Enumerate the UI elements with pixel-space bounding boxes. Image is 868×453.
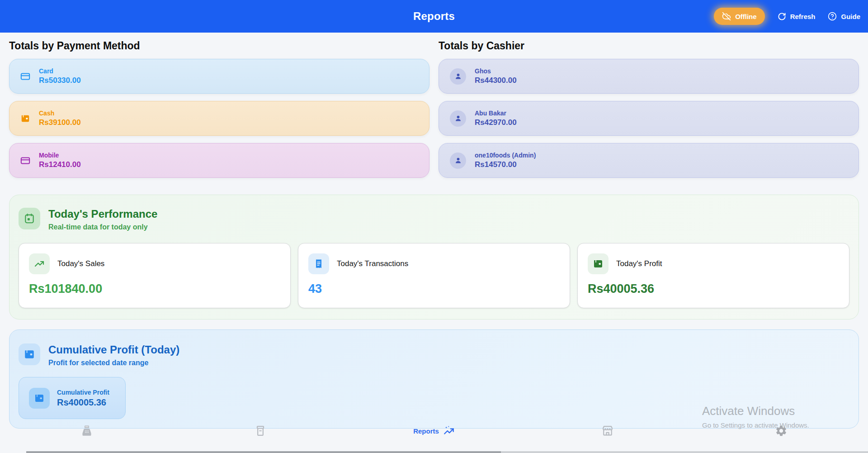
metric-label: Today's Transactions <box>337 259 408 268</box>
nav-item-register[interactable] <box>0 410 174 451</box>
avatar <box>450 153 466 169</box>
cloud-off-icon <box>722 12 731 21</box>
store-icon <box>601 424 614 437</box>
payment-method-amount: Rs50330.00 <box>39 76 81 85</box>
metric-value: Rs101840.00 <box>29 282 280 296</box>
cashier-amount: Rs14570.00 <box>475 160 536 169</box>
wallet-icon <box>20 114 30 124</box>
bottom-navigation: Reports <box>0 410 868 451</box>
archive-icon <box>254 424 267 437</box>
cashier-card[interactable]: Ghos Rs44300.00 <box>439 59 859 94</box>
cumulative-section-title: Cumulative Profit (Today) <box>48 343 179 356</box>
nav-item-orders[interactable] <box>174 410 347 451</box>
horizontal-scrollbar-thumb[interactable] <box>26 451 501 453</box>
wallet-icon <box>588 253 609 274</box>
offline-status-badge[interactable]: Offline <box>714 8 765 25</box>
nav-item-reports[interactable]: Reports <box>347 410 521 451</box>
refresh-icon <box>778 12 786 21</box>
metric-value: 43 <box>308 282 560 296</box>
cashier-name: one10foods (Admin) <box>475 152 536 160</box>
metric-label: Today's Profit <box>616 259 662 268</box>
cumulative-profit-label: Cumulative Profit <box>57 389 109 396</box>
payment-method-amount: Rs39100.00 <box>39 118 81 127</box>
guide-label: Guide <box>841 13 860 20</box>
payment-method-label: Card <box>39 67 81 76</box>
person-icon <box>454 156 462 165</box>
person-icon <box>454 72 462 81</box>
trending-up-icon <box>29 253 50 274</box>
person-icon <box>454 114 462 123</box>
offline-label: Offline <box>735 13 757 20</box>
cumulative-section-subtitle: Profit for selected date range <box>48 359 179 367</box>
todays-performance-section: Today's Performance Real-time data for t… <box>9 195 859 319</box>
nav-item-store[interactable] <box>521 410 694 451</box>
cashier-section-title: Totals by Cashier <box>439 40 859 52</box>
refresh-button[interactable]: Refresh <box>778 12 816 21</box>
payment-method-label: Cash <box>39 110 81 118</box>
nav-reports-label: Reports <box>413 427 439 435</box>
refresh-label: Refresh <box>790 13 816 20</box>
cashier-name: Ghos <box>475 67 517 76</box>
payment-card-card[interactable]: Card Rs50330.00 <box>9 59 429 94</box>
cashier-card[interactable]: Abu Bakar Rs42970.00 <box>439 101 859 136</box>
app-header: Reports Offline Refresh Guide <box>0 0 868 33</box>
header-actions: Offline Refresh Guide <box>714 8 860 25</box>
credit-card-icon <box>20 72 30 81</box>
avatar <box>450 68 466 85</box>
guide-button[interactable]: Guide <box>828 12 860 21</box>
wallet-icon <box>29 388 50 409</box>
cash-register-icon <box>80 424 94 438</box>
cumulative-profit-value: Rs40005.36 <box>57 397 109 408</box>
cashier-amount: Rs44300.00 <box>475 76 517 85</box>
gear-icon <box>775 424 788 437</box>
payment-method-amount: Rs12410.00 <box>39 160 81 169</box>
payment-card-cash[interactable]: Cash Rs39100.00 <box>9 101 429 136</box>
receipt-icon <box>308 253 329 274</box>
payment-section-title: Totals by Payment Method <box>9 40 429 52</box>
avatar <box>450 110 466 127</box>
todays-transactions-card[interactable]: Today's Transactions 43 <box>298 243 570 308</box>
wallet-icon <box>19 343 40 365</box>
credit-card-icon <box>20 156 30 166</box>
cashier-amount: Rs42970.00 <box>475 118 517 127</box>
payment-card-mobile[interactable]: Mobile Rs12410.00 <box>9 143 429 178</box>
today-section-title: Today's Performance <box>48 208 157 220</box>
nav-item-settings[interactable] <box>694 410 868 451</box>
calendar-icon <box>19 208 40 229</box>
cashier-name: Abu Bakar <box>475 110 517 118</box>
main-content: Totals by Payment Method Card Rs50330.00 <box>0 33 868 429</box>
todays-profit-card[interactable]: Today's Profit Rs40005.36 <box>577 243 849 308</box>
metric-label: Today's Sales <box>57 259 104 268</box>
help-circle-icon <box>828 12 837 21</box>
cashier-totals-section: Totals by Cashier Ghos Rs44300.00 <box>439 33 859 185</box>
payment-totals-section: Totals by Payment Method Card Rs50330.00 <box>9 33 429 185</box>
payment-method-label: Mobile <box>39 152 81 160</box>
today-section-subtitle: Real-time data for today only <box>48 223 157 231</box>
reports-sparkle-icon <box>443 425 455 437</box>
metric-value: Rs40005.36 <box>588 282 839 296</box>
cashier-card[interactable]: one10foods (Admin) Rs14570.00 <box>439 143 859 178</box>
todays-sales-card[interactable]: Today's Sales Rs101840.00 <box>19 243 291 308</box>
